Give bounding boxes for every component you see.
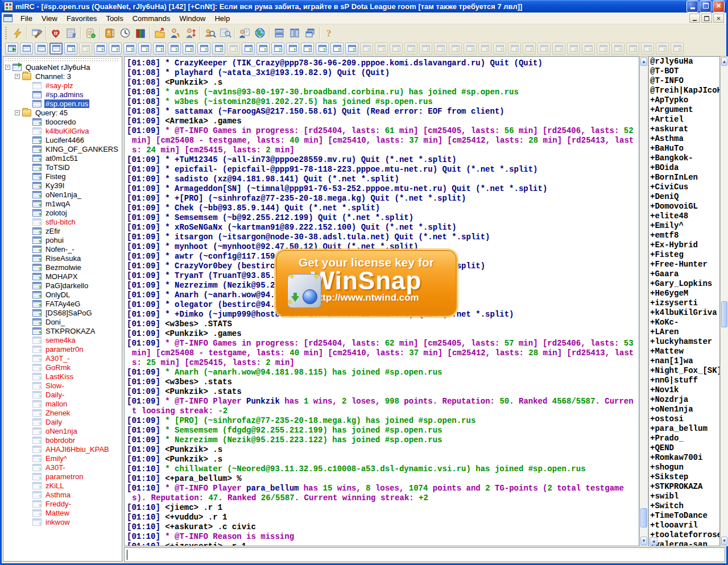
tree-item-query[interactable]: Freddy-: [3, 499, 122, 508]
tree-item-query[interactable]: PaG]darkello: [3, 281, 122, 290]
nicklist-item[interactable]: +nan[1]wa: [649, 356, 719, 366]
nicklist-item[interactable]: +Gary_Lopkins: [649, 279, 719, 289]
switchbar-button-41-query-faded[interactable]: [597, 43, 610, 55]
nicklist-item[interactable]: +CiviCus: [649, 182, 719, 192]
tree-item-channel[interactable]: #sp.open.rus: [3, 99, 122, 108]
tree-folder-channels[interactable]: -Channel: 3: [3, 72, 122, 81]
tree-item-query[interactable]: Lucifer4466: [3, 135, 122, 144]
channel-favorites-icon[interactable]: [48, 26, 63, 40]
tile-vertical-icon[interactable]: [287, 26, 302, 40]
switchbar-button-4-channel-pressed[interactable]: [49, 43, 63, 55]
tree-item-query[interactable]: oNen1nja_: [3, 190, 122, 199]
menu-tools[interactable]: Tools: [101, 13, 127, 24]
tree-folder-queries[interactable]: -Query: 45: [3, 108, 122, 117]
nicklist-item[interactable]: +Sikstep: [649, 472, 719, 482]
nicklist-item[interactable]: +ApTypko: [649, 95, 719, 105]
close-button[interactable]: ✕: [713, 1, 725, 13]
nicklist-item[interactable]: @T-BOT: [649, 67, 719, 76]
timer-icon[interactable]: [117, 26, 133, 40]
nicklist-item[interactable]: +DeniQ: [649, 192, 719, 202]
switchbar-button-36-query-faded[interactable]: [523, 43, 536, 55]
tree-item-query[interactable]: Mattew: [3, 508, 122, 517]
tree-item-channel[interactable]: #sp.admins: [3, 90, 122, 99]
nicklist-scroll-thumb[interactable]: [721, 301, 727, 327]
tree-item-query[interactable]: mallon: [3, 399, 122, 408]
switchbar-button-9-query[interactable]: [123, 43, 136, 55]
switchbar-button-35-query-faded[interactable]: [508, 43, 521, 55]
switchbar-button-37-query-faded[interactable]: [537, 43, 551, 55]
nicklist-item[interactable]: +Emily^: [649, 221, 719, 231]
mirc-app-icon[interactable]: [4, 2, 13, 11]
nicklist-item[interactable]: +Argument: [649, 105, 719, 115]
channels-list-icon[interactable]: #: [63, 26, 78, 40]
chat-scroll-down-icon[interactable]: ▼: [640, 537, 647, 545]
tree-item-query[interactable]: parametr0n: [3, 344, 122, 354]
tree-item-query[interactable]: Bezmolwie: [3, 263, 122, 272]
tree-item-query[interactable]: MOHAPX: [3, 272, 122, 281]
tree-item-query[interactable]: pohui: [3, 235, 122, 244]
find-user-icon[interactable]: [202, 26, 217, 40]
nicklist-item[interactable]: @T-INFO: [649, 76, 719, 86]
switchbar-button-24-query[interactable]: [345, 43, 358, 55]
nicklist-item[interactable]: +toolateforroses: [649, 530, 719, 540]
menu-help[interactable]: Help: [210, 13, 234, 24]
tree-item-channel[interactable]: #say-plz: [3, 81, 122, 90]
nicklist-item[interactable]: +Mattew: [649, 347, 719, 356]
nicklist-item[interactable]: +LAren: [649, 327, 719, 337]
nicklist-item[interactable]: +ostosi: [649, 414, 719, 424]
switchbar-button-45-query-faded[interactable]: [656, 43, 669, 55]
switchbar-button-26-query-faded[interactable]: [375, 43, 388, 55]
tree-item-query[interactable]: AHAJI6Hbiu_KPAB: [3, 444, 122, 454]
mdi-minimize-button[interactable]: [689, 14, 700, 23]
tree-item-query[interactable]: stfu-bitch: [3, 217, 122, 226]
nicklist-item[interactable]: +STKPROKAZA: [649, 482, 719, 492]
switchbar-button-10-query[interactable]: [138, 43, 151, 55]
nicklist-item[interactable]: +BaHuTo: [649, 144, 719, 153]
switchbar-button-14-query[interactable]: [197, 43, 210, 55]
tree-item-query[interactable]: Fisteg: [3, 172, 122, 181]
tree-item-query[interactable]: RiseAsuka: [3, 254, 122, 263]
mdi-restore-button[interactable]: [701, 14, 712, 23]
switchbar-button-15-query[interactable]: [212, 43, 225, 55]
switchbar-button-29-query-faded[interactable]: [419, 43, 432, 55]
nicklist-item[interactable]: +k4lbuKilGriva: [649, 308, 719, 318]
tree-item-query[interactable]: Emily^: [3, 454, 122, 463]
nicklist-item[interactable]: +Ex-Hybrid: [649, 240, 719, 250]
switchbar-button-19-query[interactable]: [271, 43, 284, 55]
nicklist-item[interactable]: +para_bellum: [649, 424, 719, 434]
nicklist-scrollbar[interactable]: ▲ ▼: [720, 56, 728, 546]
dcc-options-icon[interactable]: [183, 26, 198, 40]
nicklist-item[interactable]: +Asthma: [649, 134, 719, 144]
nicklist-item[interactable]: +Free-Hunter: [649, 260, 719, 269]
mdi-close-button[interactable]: ✕: [713, 14, 724, 23]
switchbar-button-42-query-faded[interactable]: [611, 43, 624, 55]
send-file-icon[interactable]: [152, 26, 167, 40]
tree-item-query[interactable]: zolotoj: [3, 208, 122, 217]
nicklist-item[interactable]: +oNen1nja: [649, 405, 719, 414]
switchbar-button-32-query-faded[interactable]: [464, 43, 477, 55]
nicklist-item[interactable]: +Nov1k: [649, 385, 719, 395]
nicklist-item[interactable]: +elite48: [649, 211, 719, 221]
switchbar-button-7-query[interactable]: [94, 43, 107, 55]
tree-collapse-icon[interactable]: -: [15, 110, 20, 115]
tile-horizontal-icon[interactable]: [271, 26, 287, 40]
nicklist-scroll-left-icon[interactable]: ◀: [650, 537, 657, 545]
switchbar-button-33-query-faded[interactable]: [478, 43, 491, 55]
nicklist-item[interactable]: +Fisteg: [649, 250, 719, 260]
nicklist-item[interactable]: +Artiel: [649, 115, 719, 124]
tree-item-query[interactable]: k4lbuKilGriva: [3, 126, 122, 135]
nicklist-item[interactable]: +Prado_: [649, 434, 719, 443]
tree-item-network[interactable]: -QuakeNet rJly6uHa: [3, 63, 122, 72]
tree-item-query[interactable]: STKPROKAZA: [3, 326, 122, 335]
nicklist-item[interactable]: +QEND: [649, 443, 719, 453]
tree-item-query[interactable]: Ky39I: [3, 181, 122, 190]
switchbar-button-5-query[interactable]: [64, 43, 77, 55]
cascade-icon[interactable]: [302, 26, 317, 40]
chat-scroll-up-icon[interactable]: ▲: [640, 57, 647, 66]
tree-item-query[interactable]: LastKiss: [3, 372, 122, 381]
switchbar-button-21-query[interactable]: [301, 43, 314, 55]
nicklist-item[interactable]: +emtf8: [649, 231, 719, 240]
tree-item-query[interactable]: OnlyDL: [3, 290, 122, 299]
switchbar-button-39-query-faded[interactable]: [567, 43, 580, 55]
toolbar-grip[interactable]: [5, 27, 7, 39]
